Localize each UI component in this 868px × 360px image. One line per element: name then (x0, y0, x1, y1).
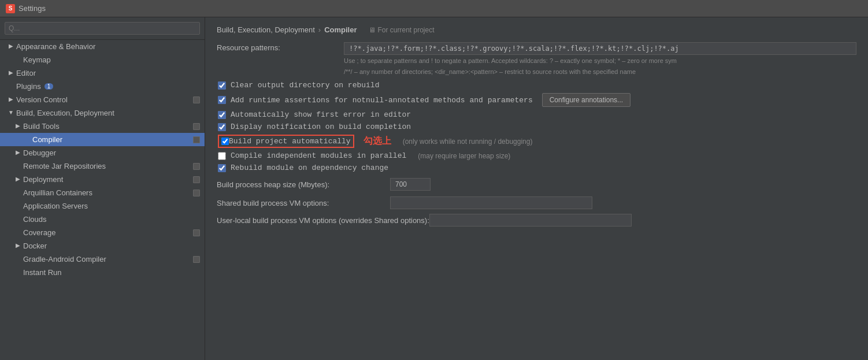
display-notification-checkbox[interactable] (218, 123, 226, 131)
auto-show-error-label: Automatically show first error in editor (231, 110, 411, 119)
compile-parallel-row: Compile independent modules in parallel … (217, 151, 856, 160)
sidebar-item-plugins[interactable]: Plugins 1 (0, 80, 205, 93)
clear-output-checkbox[interactable] (218, 81, 226, 90)
rebuild-on-change-label: Rebuild module on dependency change (231, 164, 388, 172)
sidebar-item-arquillian[interactable]: Arquillian Containers (0, 186, 205, 199)
expand-arrow-clouds (14, 216, 22, 224)
heap-size-row: Build process heap size (Mbytes): (217, 178, 856, 191)
compile-parallel-label: Compile independent modules in parallel (231, 151, 406, 160)
expand-arrow-build-execution: ▼ (7, 109, 15, 117)
sidebar-label-remote-jar: Remote Jar Repositories (23, 162, 106, 170)
display-notification-row: Display notification on build completion (217, 123, 856, 131)
sidebar-item-editor[interactable]: ▶ Editor (0, 66, 205, 80)
heap-size-input[interactable] (390, 178, 431, 191)
sidebar-label-gradle-android: Gradle-Android Compiler (23, 255, 106, 263)
coverage-icon (193, 229, 200, 236)
sidebar-item-debugger[interactable]: ▶ Debugger (0, 146, 205, 159)
compile-parallel-checkbox[interactable] (218, 152, 226, 160)
sidebar-item-instant-run[interactable]: Instant Run (0, 266, 205, 279)
user-local-vm-row: User-local build process VM options (ove… (217, 214, 856, 227)
app-icon: S (6, 4, 15, 13)
resource-patterns-label: Resource patterns: (217, 42, 344, 52)
compile-parallel-hint: (may require larger heap size) (418, 152, 510, 160)
shared-vm-input[interactable] (390, 196, 592, 209)
content-area: Build, Execution, Deployment › Compiler … (205, 17, 868, 360)
clear-output-row: Clear output directory on rebuild (217, 81, 856, 90)
expand-arrow-keymap (14, 56, 22, 64)
sidebar-label-plugins: Plugins (16, 82, 41, 91)
resource-hint-1: Use ; to separate patterns and ! to nega… (344, 56, 856, 66)
build-automatically-label: Build project automatically (229, 137, 351, 146)
add-runtime-checkbox[interactable] (218, 96, 226, 104)
sidebar-item-gradle-android[interactable]: Gradle-Android Compiler (0, 253, 205, 266)
expand-arrow-version-control: ▶ (7, 96, 15, 104)
expand-arrow-build-tools: ▶ (14, 123, 22, 131)
build-tools-icon (193, 123, 200, 130)
user-local-vm-label: User-local build process VM options (ove… (217, 216, 429, 225)
sidebar-item-clouds[interactable]: Clouds (0, 213, 205, 226)
sidebar-label-app-servers: Application Servers (23, 202, 88, 210)
clear-output-label: Clear output directory on rebuild (231, 81, 379, 90)
expand-arrow-gradle-android (14, 255, 22, 263)
sidebar-item-build-tools[interactable]: ▶ Build Tools (0, 120, 205, 133)
sidebar-label-build-tools: Build Tools (23, 122, 60, 131)
breadcrumb-separator: › (318, 25, 321, 34)
sidebar-item-deployment[interactable]: ▶ Deployment (0, 173, 205, 186)
sidebar-item-appearance[interactable]: ▶ Appearance & Behavior (0, 40, 205, 53)
resource-patterns-input[interactable] (344, 42, 856, 55)
configure-annotations-button[interactable]: Configure annotations... (542, 93, 630, 107)
sidebar-item-build-execution[interactable]: ▼ Build, Execution, Deployment (0, 106, 205, 120)
expand-arrow-debugger: ▶ (14, 149, 22, 157)
sidebar-item-keymap[interactable]: Keymap (0, 53, 205, 66)
sidebar-item-compiler[interactable]: Compiler (0, 133, 205, 146)
title-bar: S Settings (0, 0, 868, 17)
main-layout: ▶ Appearance & Behavior Keymap ▶ Editor … (0, 17, 868, 360)
expand-arrow-coverage (14, 229, 22, 237)
build-auto-annotation: 勾选上 (363, 135, 391, 147)
shared-vm-label: Shared build process VM options: (217, 199, 390, 207)
sidebar: ▶ Appearance & Behavior Keymap ▶ Editor … (0, 17, 205, 360)
search-bar[interactable] (0, 17, 205, 40)
auto-show-error-checkbox[interactable] (218, 111, 226, 119)
deployment-icon (193, 176, 200, 183)
sidebar-label-compiler: Compiler (32, 135, 62, 144)
add-runtime-label: Add runtime assertions for notnull-annot… (231, 96, 533, 105)
plugins-badge: 1 (44, 83, 54, 90)
expand-arrow-app-servers (14, 202, 22, 210)
remote-jar-icon (193, 163, 200, 170)
breadcrumb: Build, Execution, Deployment › Compiler … (217, 25, 856, 34)
sidebar-item-docker[interactable]: ▶ Docker (0, 239, 205, 253)
sidebar-item-coverage[interactable]: Coverage (0, 226, 205, 239)
sidebar-label-debugger: Debugger (23, 149, 56, 157)
build-auto-highlight-box: Build project automatically (218, 135, 354, 148)
shared-vm-row: Shared build process VM options: (217, 196, 856, 209)
add-runtime-row: Add runtime assertions for notnull-annot… (217, 93, 856, 107)
sidebar-item-app-servers[interactable]: Application Servers (0, 199, 205, 213)
for-current-project: 🖥For current project (369, 26, 435, 34)
sidebar-item-remote-jar[interactable]: Remote Jar Repositories (0, 159, 205, 173)
user-local-vm-input[interactable] (429, 214, 632, 227)
heap-size-label: Build process heap size (Mbytes): (217, 180, 390, 189)
compiler-icon (193, 136, 200, 143)
breadcrumb-path: Build, Execution, Deployment (217, 25, 315, 34)
auto-show-error-row: Automatically show first error in editor (217, 110, 856, 119)
expand-arrow-arquillian (14, 189, 22, 197)
expand-arrow-instant-run (14, 269, 22, 277)
expand-arrow-docker: ▶ (14, 242, 22, 250)
build-automatically-row: Build project automatically 勾选上 (only wo… (217, 135, 856, 148)
expand-arrow-deployment: ▶ (14, 176, 22, 184)
expand-arrow-appearance: ▶ (7, 43, 15, 51)
sidebar-label-appearance: Appearance & Behavior (16, 42, 95, 51)
sidebar-item-version-control[interactable]: ▶ Version Control (0, 93, 205, 106)
breadcrumb-current: Compiler (324, 25, 357, 34)
build-automatically-checkbox[interactable] (221, 138, 229, 145)
expand-arrow-plugins (7, 83, 15, 91)
rebuild-on-change-row: Rebuild module on dependency change (217, 164, 856, 172)
display-notification-label: Display notification on build completion (231, 123, 411, 131)
window-title: Settings (18, 4, 46, 13)
sidebar-label-coverage: Coverage (23, 228, 55, 237)
version-control-icon (193, 97, 200, 103)
rebuild-on-change-checkbox[interactable] (218, 164, 226, 172)
sidebar-label-clouds: Clouds (23, 215, 46, 224)
search-input[interactable] (5, 22, 200, 35)
